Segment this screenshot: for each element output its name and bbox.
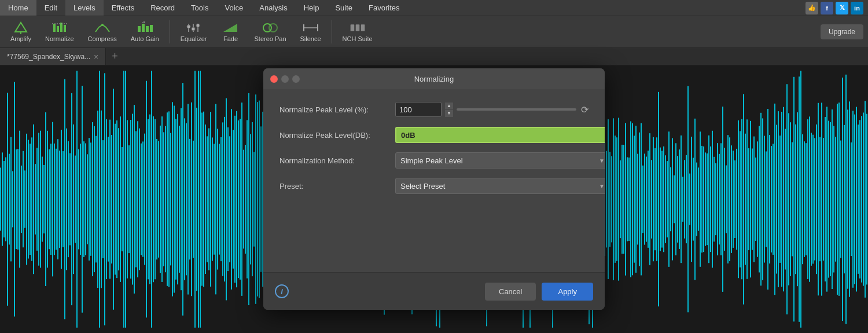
svg-point-14 <box>187 25 190 28</box>
svg-marker-0 <box>15 23 27 32</box>
autogain-icon: A <box>137 21 153 34</box>
stereopan-icon <box>262 21 278 34</box>
normalize-icon <box>52 21 68 34</box>
new-tab-btn[interactable]: + <box>106 50 124 63</box>
tab-close-btn[interactable]: × <box>94 52 98 61</box>
normalize-label: Normalize <box>45 35 74 42</box>
menu-effects[interactable]: Effects <box>104 0 143 16</box>
menu-levels[interactable]: Levels <box>65 0 104 16</box>
peak-level-db-row: Normalize Peak Level(DB): <box>279 126 589 144</box>
svg-rect-27 <box>361 24 365 31</box>
menu-favorites[interactable]: Favorites <box>361 0 407 16</box>
facebook-icon[interactable]: f <box>821 2 833 14</box>
reset-icon[interactable]: ⟳ <box>581 104 589 115</box>
peak-level-track <box>457 108 576 111</box>
stereopan-label: Stereo Pan <box>254 35 286 42</box>
nchsuite-label: NCH Suite <box>343 35 373 42</box>
method-select[interactable]: Simple Peak Level RMS Level Loudness (EB… <box>395 152 605 169</box>
dialog-overlay: Normalizing Normalize Peak Level (%): ▲ … <box>0 65 868 333</box>
nchsuite-btn[interactable]: NCH Suite <box>337 19 378 45</box>
preset-label: Preset: <box>279 182 395 191</box>
normalize-btn[interactable]: Normalize <box>39 19 80 45</box>
apply-button[interactable]: Apply <box>542 283 593 301</box>
menu-bar: Home Edit Levels Effects Record Tools Vo… <box>0 0 868 16</box>
peak-level-slider: ⟳ <box>457 104 589 115</box>
peak-level-db-wrap <box>395 127 605 143</box>
thumbs-icon[interactable]: 👍 <box>806 2 818 14</box>
amplify-label: Amplify <box>10 35 31 42</box>
autogain-btn[interactable]: A Auto Gain <box>125 19 165 45</box>
toolbar-divider-2 <box>332 20 332 43</box>
svg-point-7 <box>101 24 104 26</box>
menu-edit[interactable]: Edit <box>36 0 65 16</box>
svg-text:A: A <box>142 21 145 24</box>
stereopan-btn[interactable]: Stereo Pan <box>248 19 292 45</box>
svg-rect-9 <box>142 24 145 32</box>
normalizing-dialog: Normalizing Normalize Peak Level (%): ▲ … <box>263 68 605 310</box>
svg-rect-2 <box>53 24 56 32</box>
upgrade-button[interactable]: Upgrade <box>821 24 863 39</box>
peak-level-down-btn[interactable]: ▼ <box>445 110 453 117</box>
dialog-titlebar: Normalizing <box>263 68 605 89</box>
menu-record[interactable]: Record <box>142 0 183 16</box>
file-tab[interactable]: *77569_Spandex_Skywa... × <box>0 48 106 65</box>
nchsuite-icon <box>350 21 366 34</box>
help-icon[interactable]: i <box>275 284 289 298</box>
preset-row: Preset: Select Preset Default Custom <box>279 177 589 195</box>
fade-btn[interactable]: Fade <box>215 19 246 45</box>
traffic-lights <box>270 75 300 83</box>
silence-icon <box>303 21 319 34</box>
menu-help[interactable]: Help <box>296 0 328 16</box>
svg-rect-22 <box>304 27 318 28</box>
svg-point-18 <box>196 24 200 27</box>
menu-suite[interactable]: Suite <box>327 0 361 16</box>
preset-select[interactable]: Select Preset Default Custom <box>395 178 605 194</box>
compress-btn[interactable]: Compress <box>82 19 123 45</box>
svg-point-16 <box>192 27 195 31</box>
menu-voice[interactable]: Voice <box>216 0 251 16</box>
autogain-label: Auto Gain <box>131 35 159 42</box>
peak-level-db-label: Normalize Peak Level(DB): <box>279 131 395 140</box>
svg-rect-8 <box>138 26 141 32</box>
equalizer-btn[interactable]: Equalizer <box>175 19 213 45</box>
method-row: Normalization Method: Simple Peak Level … <box>279 152 589 169</box>
menu-tools[interactable]: Tools <box>183 0 216 16</box>
cancel-button[interactable]: Cancel <box>485 283 536 301</box>
preset-select-wrap: Select Preset Default Custom <box>395 178 605 194</box>
svg-rect-3 <box>57 26 59 32</box>
dialog-close-btn[interactable] <box>270 75 278 83</box>
peak-level-spinner: ▲ ▼ <box>445 103 453 117</box>
svg-rect-5 <box>64 25 66 32</box>
social-icons: 👍 f 𝕏 in <box>806 2 868 14</box>
svg-rect-25 <box>350 24 354 31</box>
fade-label: Fade <box>223 35 238 42</box>
linkedin-icon[interactable]: in <box>851 2 863 14</box>
equalizer-icon <box>186 21 202 34</box>
dialog-footer: i Cancel Apply <box>263 272 605 310</box>
method-select-wrap: Simple Peak Level RMS Level Loudness (EB… <box>395 152 605 169</box>
silence-btn[interactable]: Silence <box>295 19 327 45</box>
peak-level-input[interactable] <box>395 102 442 117</box>
twitter-icon[interactable]: 𝕏 <box>836 2 848 14</box>
menu-home[interactable]: Home <box>0 0 36 16</box>
dialog-maximize-btn[interactable] <box>292 75 300 83</box>
peak-level-input-wrap: ▲ ▼ ⟳ <box>395 102 589 117</box>
silence-label: Silence <box>300 35 321 42</box>
fade-icon <box>222 21 238 34</box>
compress-label: Compress <box>88 35 117 42</box>
svg-point-21 <box>269 24 277 32</box>
svg-rect-10 <box>146 26 149 32</box>
menu-analysis[interactable]: Analysis <box>251 0 295 16</box>
svg-rect-11 <box>150 25 153 32</box>
dialog-minimize-btn[interactable] <box>281 75 289 83</box>
toolbar: Amplify Normalize Compress <box>0 16 868 48</box>
svg-marker-19 <box>223 24 237 32</box>
amplify-btn[interactable]: Amplify <box>5 19 37 45</box>
peak-level-up-btn[interactable]: ▲ <box>445 103 453 109</box>
amplify-icon <box>13 21 29 34</box>
peak-level-row: Normalize Peak Level (%): ▲ ▼ ⟳ <box>279 101 589 118</box>
peak-level-db-input[interactable] <box>395 127 605 143</box>
dialog-title: Normalizing <box>414 75 454 83</box>
dialog-body: Normalize Peak Level (%): ▲ ▼ ⟳ <box>263 89 605 272</box>
dialog-spacer <box>279 203 589 261</box>
